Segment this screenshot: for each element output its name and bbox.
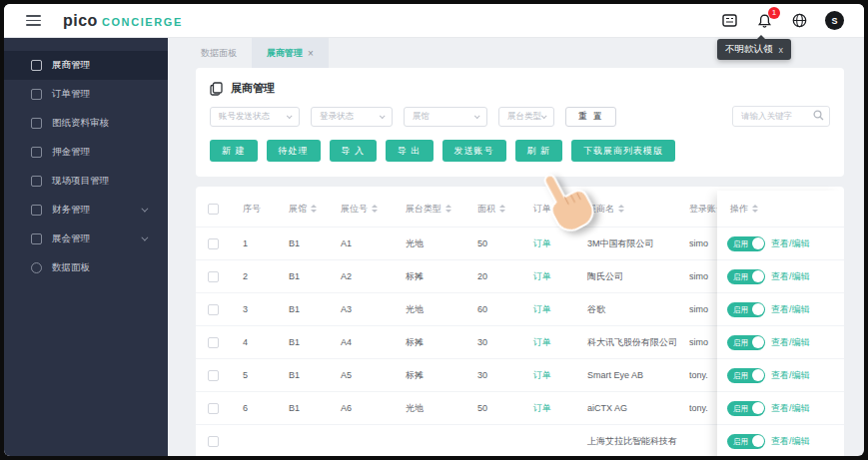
sidebar-item[interactable]: 押金管理 xyxy=(4,138,168,167)
view-edit-link[interactable]: 查看/编辑 xyxy=(771,237,810,250)
enable-toggle-label: 启用 xyxy=(733,404,748,414)
cell-exhibitor-name: aiCTX AG xyxy=(587,403,689,413)
sidebar-item[interactable]: 图纸资料审核 xyxy=(4,109,168,138)
sidebar-item-label: 展商管理 xyxy=(52,59,90,72)
col-header-name[interactable]: 展商名 xyxy=(587,203,689,216)
operations-cell: 启用 查看/编辑 xyxy=(717,227,844,259)
toggle-knob xyxy=(752,303,764,315)
action-button-row: 新 建 待处理 导 入 导 出 发送账号 刷 新 下载展商列表模版 xyxy=(210,140,830,162)
action-button[interactable]: 待处理 xyxy=(267,140,321,162)
view-edit-link[interactable]: 查看/编辑 xyxy=(771,303,810,316)
sort-icon xyxy=(445,205,451,213)
cell-no: 3 xyxy=(230,304,289,314)
view-edit-link[interactable]: 查看/编辑 xyxy=(771,270,810,283)
onsite-project-icon xyxy=(31,176,42,187)
col-header-booth[interactable]: 展位号 xyxy=(341,203,406,216)
tab[interactable]: 展商管理 × xyxy=(252,38,329,68)
col-header-area[interactable]: 面积 xyxy=(477,203,533,216)
order-link[interactable]: 订单 xyxy=(533,336,587,349)
sidebar-item[interactable]: 订单管理 xyxy=(4,80,168,109)
tooltip-close-icon[interactable]: x xyxy=(779,45,784,55)
order-link[interactable]: 订单 xyxy=(533,270,587,283)
logo-pico: pico xyxy=(63,12,98,30)
tab-close-icon[interactable]: × xyxy=(308,48,314,59)
sort-icon xyxy=(311,205,317,213)
claim-card-icon[interactable] xyxy=(720,12,738,30)
row-checkbox[interactable] xyxy=(208,337,219,348)
sidebar-item-label: 押金管理 xyxy=(52,146,90,159)
action-button[interactable]: 下载展商列表模版 xyxy=(571,140,675,162)
sort-icon xyxy=(618,205,624,213)
view-edit-link[interactable]: 查看/编辑 xyxy=(771,402,810,415)
avatar[interactable]: S xyxy=(825,11,844,30)
row-checkbox[interactable] xyxy=(208,370,219,381)
order-link[interactable]: 订单 xyxy=(533,237,587,250)
globe-icon[interactable] xyxy=(790,12,808,30)
filter-select[interactable]: 展台类型 xyxy=(498,107,554,127)
col-header-operations[interactable]: 操作 xyxy=(717,191,844,227)
search-box xyxy=(732,105,830,127)
view-edit-link[interactable]: 查看/编辑 xyxy=(771,369,810,382)
col-header-order[interactable]: 订单 xyxy=(533,203,587,216)
cell-exhibitor-name: 3M中国有限公司 xyxy=(587,237,689,250)
cell-no: 5 xyxy=(230,370,289,380)
chevron-down-icon xyxy=(287,113,293,119)
enable-toggle[interactable]: 启用 xyxy=(727,368,765,383)
action-button[interactable]: 发送账号 xyxy=(442,140,506,162)
row-checkbox[interactable] xyxy=(208,436,219,447)
row-checkbox[interactable] xyxy=(208,403,219,414)
operations-column: 操作 启用 查看/编辑 xyxy=(717,191,844,456)
filter-select-placeholder: 展馆 xyxy=(413,111,430,123)
enable-toggle[interactable]: 启用 xyxy=(727,269,765,284)
notifications-bell-icon[interactable]: 1 xyxy=(755,12,773,30)
cell-area: 30 xyxy=(477,337,533,347)
cell-no: 6 xyxy=(230,403,289,413)
select-all-checkbox[interactable] xyxy=(208,204,219,215)
sidebar-item[interactable]: 现场项目管理 xyxy=(4,167,168,196)
app-logo: pico CONCIERGE xyxy=(63,12,183,30)
sidebar-item-label: 订单管理 xyxy=(52,88,90,101)
sidebar-item[interactable]: 数据面板 xyxy=(4,253,168,282)
enable-toggle[interactable]: 启用 xyxy=(727,302,765,317)
action-button[interactable]: 新 建 xyxy=(210,140,258,162)
top-bar: pico CONCIERGE 1 S xyxy=(4,4,864,38)
action-button[interactable]: 导 入 xyxy=(330,140,378,162)
filter-select[interactable]: 账号发送状态 xyxy=(210,107,300,127)
col-header-type[interactable]: 展台类型 xyxy=(406,203,477,216)
enable-toggle[interactable]: 启用 xyxy=(727,236,765,251)
row-checkbox[interactable] xyxy=(208,304,219,315)
tab[interactable]: 数据面板 xyxy=(186,38,252,68)
cell-booth: A6 xyxy=(341,403,406,413)
sidebar-item[interactable]: 展商管理 xyxy=(4,51,168,80)
order-link[interactable]: 订单 xyxy=(533,402,587,415)
sidebar-item-label: 图纸资料审核 xyxy=(52,117,109,130)
cell-booth: A3 xyxy=(341,304,406,314)
view-edit-link[interactable]: 查看/编辑 xyxy=(771,336,810,349)
cell-exhibitor-name: 科大讯飞股份有限公司 xyxy=(587,336,689,349)
col-header-hall[interactable]: 展馆 xyxy=(289,203,341,216)
finance-management-icon xyxy=(31,205,42,216)
view-edit-link[interactable]: 查看/编辑 xyxy=(771,435,810,448)
enable-toggle[interactable]: 启用 xyxy=(727,335,765,350)
order-link[interactable]: 订单 xyxy=(533,303,587,316)
cell-area: 50 xyxy=(477,238,533,248)
menu-toggle-icon[interactable] xyxy=(26,15,41,26)
toggle-knob xyxy=(752,237,764,249)
order-link[interactable]: 订单 xyxy=(533,369,587,382)
cell-type: 光地 xyxy=(406,303,477,316)
filter-row: 账号发送状态 登录状态 展馆 xyxy=(210,107,830,127)
sidebar-item-label: 财务管理 xyxy=(52,204,90,217)
action-button[interactable]: 刷 新 xyxy=(515,140,563,162)
enable-toggle[interactable]: 启用 xyxy=(727,434,765,449)
enable-toggle-label: 启用 xyxy=(733,305,748,315)
enable-toggle[interactable]: 启用 xyxy=(727,401,765,416)
reset-button[interactable]: 重 置 xyxy=(565,107,616,127)
sidebar-item[interactable]: 财务管理 xyxy=(4,196,168,225)
action-button[interactable]: 导 出 xyxy=(386,140,434,162)
row-checkbox[interactable] xyxy=(208,238,219,249)
row-checkbox[interactable] xyxy=(208,271,219,282)
filter-select[interactable]: 展馆 xyxy=(404,107,487,127)
tab-label: 数据面板 xyxy=(201,47,237,60)
filter-select[interactable]: 登录状态 xyxy=(311,107,393,127)
sidebar-item[interactable]: 展会管理 xyxy=(4,225,168,253)
